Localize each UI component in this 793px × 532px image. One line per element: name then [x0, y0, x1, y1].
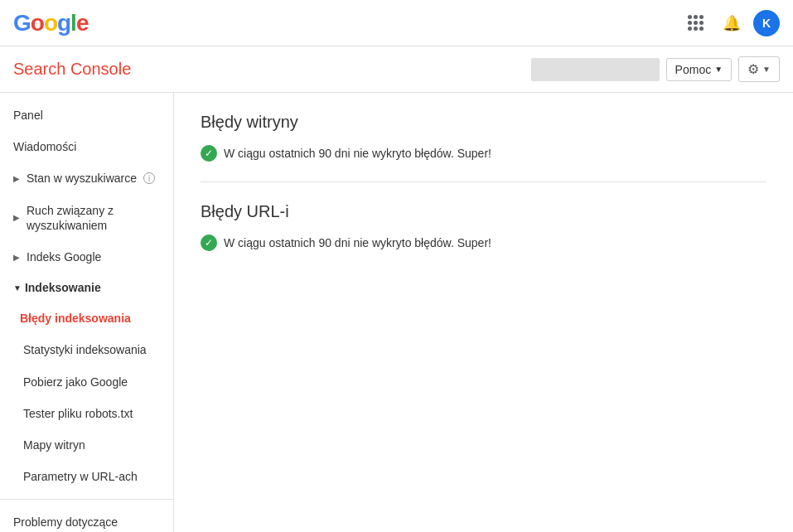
sidebar: Panel Wiadomości ▶ Stan w wyszukiwarce i…: [0, 93, 174, 532]
settings-dropdown-icon: ▼: [762, 65, 771, 74]
sidebar-item-wiadomosci[interactable]: Wiadomości: [0, 131, 173, 162]
sidebar-item-stan[interactable]: ▶ Stan w wyszukiwarce i: [0, 162, 173, 194]
logo-o2: o: [44, 10, 57, 36]
subheader: Search Console Pomoc ▼ ⚙ ▼: [0, 46, 793, 93]
indeks-arrow-icon: ▶: [13, 252, 20, 263]
sidebar-item-ruch-label: Ruch związany z wyszukiwaniem: [27, 203, 160, 233]
section1-check-icon: ✓: [201, 145, 217, 162]
logo-o1: o: [31, 10, 44, 36]
sidebar-item-problemy-label: Problemy dotyczące bezpiecze: [13, 515, 160, 532]
sidebar-item-ruch[interactable]: ▶ Ruch związany z wyszukiwaniem: [0, 195, 173, 241]
topbar: Google 🔔 K: [0, 0, 793, 46]
notifications-button[interactable]: 🔔: [717, 8, 747, 38]
sections-divider: [201, 181, 766, 182]
stan-info-icon: i: [143, 172, 155, 184]
sidebar-item-mapy[interactable]: Mapy witryn: [0, 429, 173, 461]
main-content: Błędy witryny ✓ W ciągu ostatnich 90 dni…: [174, 93, 793, 532]
sidebar-item-statystyki[interactable]: Statystyki indeksowania: [0, 334, 173, 365]
sidebar-item-wiadomosci-label: Wiadomości: [13, 139, 76, 154]
section2-status-row: ✓ W ciągu ostatnich 90 dni nie wykryto b…: [201, 235, 766, 251]
sidebar-item-parametry-label: Parametry w URL-ach: [23, 469, 138, 484]
ruch-arrow-icon: ▶: [13, 212, 20, 223]
topbar-right: 🔔 K: [680, 8, 780, 38]
avatar-label: K: [762, 17, 771, 30]
waffle-button[interactable]: [680, 8, 710, 38]
search-console-title: Search Console: [13, 60, 131, 79]
settings-button[interactable]: ⚙ ▼: [738, 56, 780, 82]
sidebar-item-statystyki-label: Statystyki indeksowania: [23, 342, 147, 357]
sidebar-item-tester[interactable]: Tester pliku robots.txt: [0, 398, 173, 429]
sidebar-item-problemy[interactable]: Problemy dotyczące bezpiecze: [0, 506, 173, 532]
sidebar-item-pobierz-label: Pobierz jako Google: [23, 375, 128, 389]
sidebar-item-pobierz[interactable]: Pobierz jako Google: [0, 366, 173, 398]
stan-arrow-icon: ▶: [13, 173, 20, 184]
pomoc-button[interactable]: Pomoc ▼: [666, 58, 732, 81]
section1-status-row: ✓ W ciągu ostatnich 90 dni nie wykryto b…: [201, 145, 766, 162]
url-bar: [531, 58, 660, 81]
sidebar-separator: [0, 499, 173, 500]
logo-g2: g: [57, 10, 70, 36]
section2-status-text: W ciągu ostatnich 90 dni nie wykryto błę…: [224, 236, 491, 249]
section-bledy-witryny: Błędy witryny ✓ W ciągu ostatnich 90 dni…: [201, 113, 766, 162]
logo-e: e: [76, 10, 89, 36]
section1-title: Błędy witryny: [201, 113, 766, 132]
layout: Panel Wiadomości ▶ Stan w wyszukiwarce i…: [0, 93, 793, 532]
gear-icon: ⚙: [747, 61, 759, 77]
pomoc-dropdown-icon: ▼: [714, 65, 723, 74]
sidebar-item-tester-label: Tester pliku robots.txt: [23, 406, 133, 421]
sidebar-item-parametry[interactable]: Parametry w URL-ach: [0, 461, 173, 492]
bell-icon: 🔔: [723, 14, 741, 32]
sidebar-item-indeksowanie[interactable]: ▼ Indeksowanie: [0, 273, 173, 302]
sidebar-item-bledy-indeksowania-label: Błędy indeksowania: [20, 311, 131, 326]
logo-l: l: [70, 10, 76, 36]
sidebar-item-indeks[interactable]: ▶ Indeks Google: [0, 241, 173, 273]
sidebar-item-stan-label: Stan w wyszukiwarce: [27, 171, 137, 186]
sidebar-item-indeks-label: Indeks Google: [27, 249, 101, 264]
avatar-button[interactable]: K: [753, 10, 780, 36]
section-bledy-url: Błędy URL-i ✓ W ciągu ostatnich 90 dni n…: [201, 202, 766, 251]
waffle-icon: [683, 10, 708, 36]
section2-check-icon: ✓: [201, 235, 217, 251]
google-logo: Google: [13, 10, 88, 36]
sidebar-item-indeksowanie-label: Indeksowanie: [25, 281, 101, 294]
sidebar-item-bledy-indeksowania[interactable]: Błędy indeksowania: [0, 302, 173, 334]
sidebar-item-panel[interactable]: Panel: [0, 99, 173, 131]
logo-g: G: [13, 10, 31, 36]
pomoc-label: Pomoc: [675, 63, 712, 76]
topbar-left: Google: [13, 10, 88, 36]
sidebar-item-panel-label: Panel: [13, 108, 43, 123]
sidebar-item-mapy-label: Mapy witryn: [23, 438, 85, 452]
section2-title: Błędy URL-i: [201, 202, 766, 221]
indeksowanie-arrow-icon: ▼: [13, 283, 22, 293]
subheader-right: Pomoc ▼ ⚙ ▼: [531, 56, 780, 82]
section1-status-text: W ciągu ostatnich 90 dni nie wykryto błę…: [224, 147, 491, 160]
